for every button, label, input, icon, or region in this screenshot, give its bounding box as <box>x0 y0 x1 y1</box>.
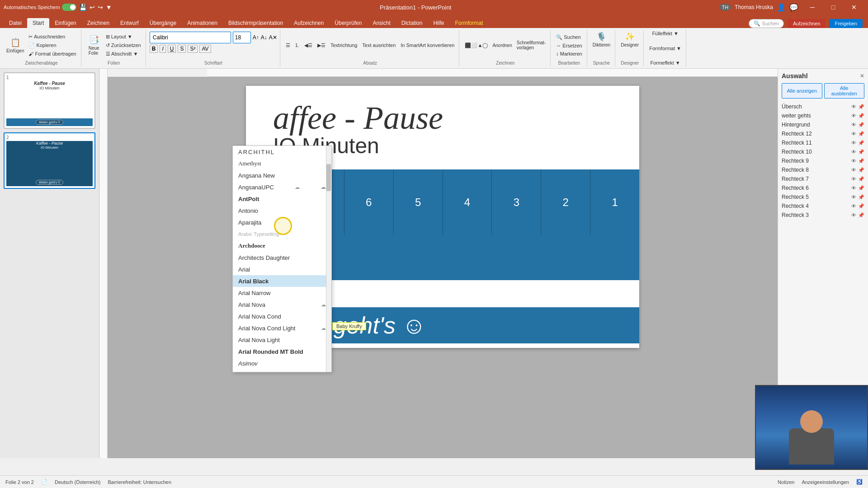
char-spacing-button[interactable]: AV <box>199 45 211 53</box>
font-item-amethyst[interactable]: Amethyst <box>233 158 331 169</box>
visibility-icon-r10[interactable]: 👁 <box>851 149 856 155</box>
notes-button[interactable]: Notizen <box>778 479 794 485</box>
close-button[interactable]: ✕ <box>844 0 864 14</box>
shadow-button[interactable]: S² <box>188 45 198 53</box>
tab-aufzeichnen[interactable]: Aufzeichnen <box>288 18 329 28</box>
tab-ueberpruefen[interactable]: Überprüfen <box>329 18 367 28</box>
font-selector-input[interactable] <box>150 32 231 43</box>
font-item-arial-rounded-mt-bold[interactable]: Arial Rounded MT Bold <box>233 346 331 357</box>
save-icon[interactable]: 💾 <box>79 4 87 11</box>
pin-icon-r3[interactable]: 📌 <box>858 212 864 218</box>
language-status[interactable]: Deutsch (Österreich) <box>55 479 100 485</box>
hide-all-button[interactable]: Alle ausblenden <box>824 83 865 99</box>
tab-entwurf[interactable]: Entwurf <box>115 18 144 28</box>
font-item-aparajita[interactable]: Aparajita <box>233 216 331 228</box>
font-item-archithl[interactable]: ARCHITHL <box>233 146 331 158</box>
font-item-arial-nova-light[interactable]: Arial Nova Light <box>233 334 331 346</box>
copy-button[interactable]: 📄 Kopieren <box>27 42 78 49</box>
form-effect-button[interactable]: Formeffekt ▼ <box>648 59 682 66</box>
maximize-button[interactable]: □ <box>823 0 844 14</box>
form-format-button[interactable]: Formformat ▼ <box>647 45 683 52</box>
minimize-button[interactable]: ─ <box>802 0 823 14</box>
pin-icon-r10[interactable]: 📌 <box>858 149 864 155</box>
slide-thumb-1[interactable]: 1 Kaffee - Pause IO Minuten Weiter geht'… <box>4 72 95 129</box>
tab-formformat[interactable]: Formformat <box>449 18 488 28</box>
font-item-arial[interactable]: Arial <box>233 263 331 275</box>
arrange-button[interactable]: Anordnen <box>491 41 514 50</box>
font-item-arial-nova-cond-light[interactable]: Arial Nova Cond Light ☁ <box>233 322 331 334</box>
pin-icon-r9[interactable]: 📌 <box>858 158 864 164</box>
strikethrough-button[interactable]: S <box>178 45 186 53</box>
bullets-button[interactable]: ☰ <box>284 42 292 49</box>
accessibility-status[interactable]: Barrierefreiheit: Untersuchen <box>108 479 171 485</box>
font-item-archdooce[interactable]: Archdooce <box>233 240 331 252</box>
user-avatar[interactable]: TH <box>719 4 731 11</box>
cut-button[interactable]: ✂ Ausschneiden <box>27 33 78 41</box>
select-button[interactable]: ↕ Markieren <box>554 50 584 57</box>
show-all-button[interactable]: Alle anzeigen <box>782 83 822 99</box>
font-dropdown-scrollbar[interactable] <box>326 146 331 372</box>
tab-uebergaenge[interactable]: Übergänge <box>144 18 182 28</box>
autosave-switch[interactable] <box>62 4 76 11</box>
increase-font-button[interactable]: A↑ <box>253 34 259 41</box>
new-slide-button[interactable]: 📑 NeueFolie <box>85 33 103 57</box>
more-options-icon[interactable]: ▼ <box>106 4 112 11</box>
visibility-icon-r5[interactable]: 👁 <box>851 194 856 200</box>
visibility-icon-r12[interactable]: 👁 <box>851 131 856 137</box>
pin-icon-r8[interactable]: 📌 <box>858 167 864 173</box>
visibility-icon-weiter[interactable]: 👁 <box>851 113 856 119</box>
autosave-toggle[interactable]: Automatisches Speichern <box>4 4 76 11</box>
tab-ansicht[interactable]: Ansicht <box>367 18 396 28</box>
quick-styles-button[interactable]: Schnellformat-vorlagen <box>515 38 547 52</box>
redo-icon[interactable]: ↪ <box>98 4 103 11</box>
pin-icon-r5[interactable]: 📌 <box>858 194 864 200</box>
visibility-icon-r7[interactable]: 👁 <box>851 176 856 182</box>
tab-start[interactable]: Start <box>27 18 49 28</box>
tab-bildschirm[interactable]: Bildschirmpräsentation <box>223 18 288 28</box>
font-item-arial-nova-cond[interactable]: Arial Nova Cond <box>233 310 331 322</box>
visibility-icon-r3[interactable]: 👁 <box>851 212 856 218</box>
view-settings[interactable]: Anzeigeeinstellungen <box>802 479 849 485</box>
pin-icon-r12[interactable]: 📌 <box>858 131 864 137</box>
clear-format-button[interactable]: A✕ <box>269 34 277 41</box>
pin-icon-r4[interactable]: 📌 <box>858 203 864 209</box>
font-item-asimov[interactable]: Asimov <box>233 357 331 369</box>
tab-datei[interactable]: Datei <box>4 18 27 28</box>
underline-button[interactable]: U <box>168 45 176 53</box>
font-item-arial-black[interactable]: Arial Black <box>233 275 331 287</box>
visibility-icon-r9[interactable]: 👁 <box>851 158 856 164</box>
format-copy-button[interactable]: 🖌 Format übertragen <box>27 50 78 57</box>
layout-button[interactable]: ⊞ Layout ▼ <box>104 33 143 41</box>
pin-icon-r11[interactable]: 📌 <box>858 140 864 146</box>
tab-dictation[interactable]: Dictation <box>396 18 428 28</box>
pin-icon-ubersch[interactable]: 📌 <box>858 104 864 110</box>
font-item-arial-narrow[interactable]: Arial Narrow <box>233 287 331 299</box>
font-item-antonio[interactable]: Antonio <box>233 205 331 216</box>
visibility-icon-r4[interactable]: 👁 <box>851 203 856 209</box>
tab-einfuegen[interactable]: Einfügen <box>49 18 81 28</box>
font-item-arial-nova[interactable]: Arial Nova ☁ <box>233 299 331 310</box>
visibility-icon-r8[interactable]: 👁 <box>851 167 856 173</box>
font-item-autumn[interactable]: Autumn <box>233 369 331 372</box>
decrease-indent-button[interactable]: ◀☰ <box>302 42 314 49</box>
tab-hilfe[interactable]: Hilfe <box>428 18 449 28</box>
numbering-button[interactable]: 1. <box>293 42 301 49</box>
tab-animationen[interactable]: Animationen <box>182 18 223 28</box>
find-button[interactable]: 🔍 Suchen <box>554 33 582 41</box>
visibility-icon-hintergrund[interactable]: 👁 <box>851 122 856 128</box>
replace-button[interactable]: ↔ Ersetzen <box>554 42 584 49</box>
visibility-icon-r11[interactable]: 👁 <box>851 140 856 146</box>
paste-button[interactable]: 📋 Einfügen <box>5 36 26 55</box>
pin-icon-hintergrund[interactable]: 📌 <box>858 122 864 128</box>
italic-button[interactable]: I <box>160 45 165 53</box>
panel-collapse-button[interactable]: ✕ <box>860 73 864 79</box>
undo-icon[interactable]: ↩ <box>90 4 95 11</box>
dictation-button[interactable]: 🎙️ Diktieren <box>591 30 612 49</box>
align-text-button[interactable]: Text ausrichten <box>360 42 397 49</box>
font-item-architects-daughter[interactable]: Architects Daughter <box>233 252 331 263</box>
pin-icon-weiter[interactable]: 📌 <box>858 113 864 119</box>
section-button[interactable]: ☰ Abschnitt ▼ <box>104 50 143 58</box>
text-direction-button[interactable]: Textrichtung <box>329 42 359 49</box>
designer-button[interactable]: ✨ Designer <box>619 30 641 49</box>
font-item-arabic-typesetting[interactable]: Arabic Typesetting <box>233 228 331 240</box>
